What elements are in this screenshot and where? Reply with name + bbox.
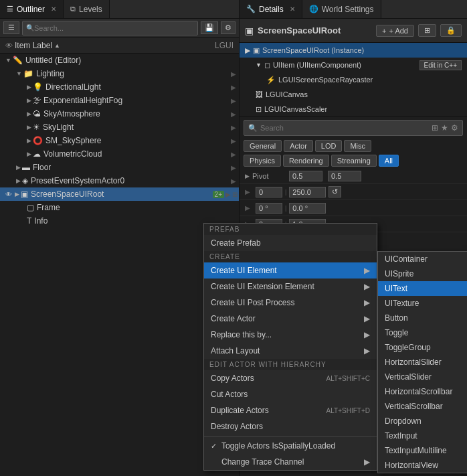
pivot-x-input[interactable]: [289, 171, 322, 181]
prop-val-2a[interactable]: [256, 203, 282, 214]
tab-outliner[interactable]: ☰ Outliner ✕: [0, 0, 64, 18]
submenu-toggle[interactable]: Toggle: [378, 325, 467, 340]
node-screenspaceroot[interactable]: ▶ ▣ ScreenSpaceUIRoot (Instance): [240, 43, 467, 58]
ctx-create-prefab[interactable]: Create Prefab: [204, 235, 377, 251]
tree-item-skylight[interactable]: ▶ ☀ SkyLight ▶: [0, 121, 239, 134]
tree-item-floor[interactable]: ▶ ▬ Floor ▶: [0, 161, 239, 174]
tab-levels[interactable]: ⧉ Levels: [64, 0, 110, 18]
ctx-copy-actors[interactable]: Copy Actors ALT+SHIFT+C: [204, 370, 377, 386]
pivot-y-input[interactable]: [328, 171, 361, 181]
grid-icon: ⊞: [432, 123, 438, 133]
filter-misc[interactable]: Misc: [344, 140, 371, 152]
node-arrow: ▼: [256, 62, 262, 68]
settings-button[interactable]: ⚙: [221, 21, 236, 34]
submenu-uitexture[interactable]: UITexture: [378, 296, 467, 311]
canvasscaler-label: LGUICanvasScaler: [264, 105, 327, 113]
reset-button-1[interactable]: ↺: [329, 186, 341, 197]
ctx-create-actor[interactable]: Create Actor ▶: [204, 311, 377, 327]
tree-item-directionallight[interactable]: ▶ 💡 DirectionalLight ▶: [0, 80, 239, 94]
tree-item-preset[interactable]: ▶ ◈ PresetEventSystemActor0 ▶: [0, 174, 239, 187]
save-button[interactable]: 💾: [201, 21, 218, 34]
folder-icon: 📁: [23, 69, 33, 78]
ctx-cut-actors[interactable]: Cut Actors: [204, 386, 377, 402]
filter-general[interactable]: General: [244, 140, 282, 152]
ctx-create-ui-extension[interactable]: Create UI Extension Element ▶: [204, 279, 377, 295]
filter-row-1: General Actor LOD Misc: [240, 139, 467, 153]
close-icon-details[interactable]: ✕: [290, 5, 295, 13]
ctx-destroy-actors[interactable]: Destroy Actors: [204, 418, 377, 434]
tab-levels-label: Levels: [79, 5, 102, 14]
submenu-verticalslider[interactable]: VerticalSlider: [378, 370, 467, 384]
submenu-textinput[interactable]: TextInput: [378, 428, 467, 443]
node-uiitem-icon: ◻: [264, 61, 270, 70]
tree-item-skyatmosphere[interactable]: ▶ 🌤 SkyAtmosphere ▶: [0, 107, 239, 121]
ctx-attach-layout[interactable]: Attach Layout ▶: [204, 343, 377, 359]
skylight-label: SkyLight: [43, 123, 74, 132]
submenu-uitext[interactable]: UIText: [378, 281, 467, 296]
prop-val-1b[interactable]: [289, 187, 326, 197]
node-uiitem-label: UIItem (UIItemComponent): [273, 61, 419, 69]
tree-item-skysphere[interactable]: ▶ ⭕ SM_SkySphere ▶: [0, 134, 239, 147]
add-button[interactable]: + + Add: [376, 25, 414, 37]
details-search-input[interactable]: [260, 124, 429, 132]
raycaster-label: LGUIScreenSpaceRaycaster: [278, 76, 373, 84]
submenu-dropdown[interactable]: Dropdown: [378, 414, 467, 428]
submenu-uicontainer[interactable]: UIContainer: [378, 252, 467, 266]
details-search-box: 🔍 ⊞ ★ ⚙: [244, 120, 463, 136]
filter-actor[interactable]: Actor: [284, 140, 313, 152]
cloud-icon: ☁: [33, 149, 41, 159]
submenu-horizontalslider[interactable]: HorizontalSlider: [378, 355, 467, 370]
tab-world-settings[interactable]: 🌐 World Settings: [302, 0, 381, 18]
node-raycaster[interactable]: ⚡ LGUIScreenSpaceRaycaster: [240, 72, 467, 87]
tree-item-fog[interactable]: ▶ 🌫 ExponentialHeightFog ▶: [0, 94, 239, 107]
pivot-label: Pivot: [252, 172, 289, 180]
arrow-icon-1: ▶: [364, 266, 370, 275]
tree-item-volumetriccloud[interactable]: ▶ ☁ VolumetricCloud ▶: [0, 147, 239, 161]
tree-item-screenspaceui[interactable]: 👁 ▶ ▣ ScreenSpaceUIRoot 2+ ▶ ⊞: [0, 187, 239, 201]
sort-icon[interactable]: ▲: [54, 42, 60, 49]
outliner-search-box: 🔍: [22, 21, 198, 35]
tree-item-lighting[interactable]: ▼ 📁 Lighting ▶: [0, 67, 239, 80]
lock-button[interactable]: 🔒: [440, 24, 462, 37]
divider-2: |: [285, 205, 286, 212]
ctx-create-ui-element[interactable]: Create UI Element ▶: [204, 262, 377, 279]
hamburger-button[interactable]: ☰: [3, 21, 19, 34]
filter-all[interactable]: All: [379, 155, 399, 167]
filter-physics[interactable]: Physics: [244, 155, 281, 167]
prop-val-2b[interactable]: [289, 203, 326, 214]
submenu-horizontalview[interactable]: HorizontalView: [378, 458, 467, 473]
node-uiitem[interactable]: ▼ ◻ UIItem (UIItemComponent) Edit in C++: [240, 58, 467, 72]
submenu-button[interactable]: Button: [378, 311, 467, 325]
submenu-horizontalscrollbar[interactable]: HorizontalScrollbar: [378, 384, 467, 399]
floor-label: Floor: [33, 163, 51, 172]
filter-streaming[interactable]: Streaming: [331, 155, 377, 167]
node-screen-icon2: ▣: [253, 46, 260, 55]
outliner-search-input[interactable]: [34, 24, 194, 32]
close-icon[interactable]: ✕: [51, 5, 56, 13]
frame-label: Frame: [37, 203, 60, 212]
node-lguicanvas[interactable]: 🖼 LGUICanvas: [240, 87, 467, 102]
ctx-replace-this-by[interactable]: Replace this by... ▶: [204, 327, 377, 343]
tab-outliner-label: Outliner: [17, 5, 45, 14]
tree-item-frame[interactable]: ▢ Frame: [0, 201, 239, 214]
ctx-change-trace-channel[interactable]: Change Trace Channel ▶: [204, 454, 377, 470]
ctx-create-ui-postprocess[interactable]: Create UI Post Process ▶: [204, 295, 377, 311]
ctx-toggle-spatially-loaded[interactable]: ✓ Toggle Actors IsSpatiallyLoaded: [204, 438, 377, 454]
levels-icon: ⧉: [70, 5, 76, 13]
submenu-uisprite[interactable]: UISprite: [378, 266, 467, 281]
ctx-create-section: CREATE: [204, 251, 377, 262]
tree-item-editor[interactable]: ▼ ✏️ Untitled (Editor): [0, 54, 239, 67]
submenu-verticalscrollbar[interactable]: VerticalScrollbar: [378, 399, 467, 414]
ctx-duplicate-actors[interactable]: Duplicate Actors ALT+SHIFT+D: [204, 402, 377, 418]
node-lguicanvasscaler[interactable]: ⊡ LGUICanvasScaler: [240, 102, 467, 116]
edit-cpp-button[interactable]: Edit in C++: [419, 60, 462, 70]
filter-rendering[interactable]: Rendering: [283, 155, 329, 167]
frame-icon: ▢: [27, 203, 34, 212]
tab-details[interactable]: 🔧 Details ✕: [240, 0, 302, 18]
submenu-textinputmultiline[interactable]: TextInputMultiline: [378, 443, 467, 458]
prop-val-1a[interactable]: [256, 187, 282, 197]
expand-button[interactable]: ⊞: [418, 24, 436, 37]
prop-row-1: ▶ | ↺: [240, 184, 467, 200]
submenu-togglegroup[interactable]: ToggleGroup: [378, 340, 467, 355]
filter-lod[interactable]: LOD: [315, 140, 343, 152]
